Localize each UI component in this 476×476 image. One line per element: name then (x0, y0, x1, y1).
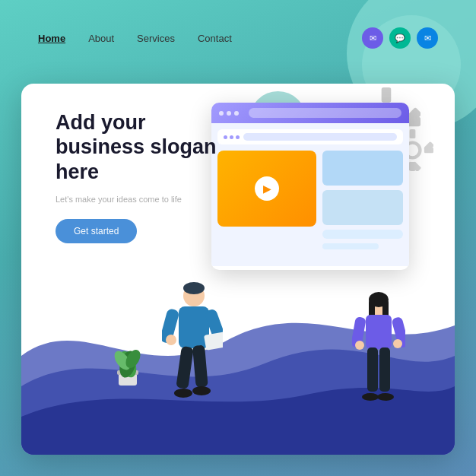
video-thumbnail: ▶ (217, 151, 316, 227)
female-figure (352, 292, 405, 413)
svg-rect-26 (179, 306, 209, 348)
svg-rect-32 (176, 346, 193, 389)
svg-point-25 (183, 282, 205, 294)
nav-icon-group: ✉ 💬 ✉ (362, 27, 438, 49)
hero-text-area: Add your business slogan here Let's make… (56, 110, 223, 243)
svg-point-48 (377, 393, 394, 401)
nav-icon-email[interactable]: ✉ (417, 27, 438, 49)
svg-rect-45 (367, 347, 378, 392)
svg-point-34 (174, 389, 192, 398)
browser-illustration: ▶ (211, 103, 409, 270)
male-figure (162, 281, 223, 409)
nav-about[interactable]: About (88, 33, 114, 44)
play-button-icon: ▶ (255, 176, 279, 201)
main-card: ▶ Add your business slogan here Let's ma… (21, 84, 455, 455)
nav-icon-mail[interactable]: ✉ (362, 27, 383, 49)
plant-illustration (109, 338, 147, 390)
get-started-button[interactable]: Get started (56, 219, 137, 243)
nav-links: Home About Services Contact (38, 33, 362, 44)
svg-rect-40 (366, 315, 392, 349)
svg-point-43 (355, 341, 364, 350)
nav-contact[interactable]: Contact (198, 33, 232, 44)
headline: Add your business slogan here (56, 110, 223, 184)
svg-point-35 (192, 386, 211, 395)
svg-point-44 (393, 339, 402, 348)
svg-rect-10 (410, 129, 416, 138)
nav-services[interactable]: Services (137, 33, 175, 44)
svg-point-47 (362, 393, 379, 401)
subheadline: Let's make your ideas come to life (56, 195, 223, 204)
svg-point-29 (166, 335, 176, 345)
navbar: Home About Services Contact ✉ 💬 ✉ (0, 0, 476, 76)
nav-home[interactable]: Home (38, 33, 65, 44)
svg-rect-33 (192, 345, 208, 388)
svg-rect-46 (379, 347, 390, 392)
nav-icon-chat[interactable]: 💬 (389, 27, 411, 49)
svg-rect-1 (382, 87, 392, 103)
